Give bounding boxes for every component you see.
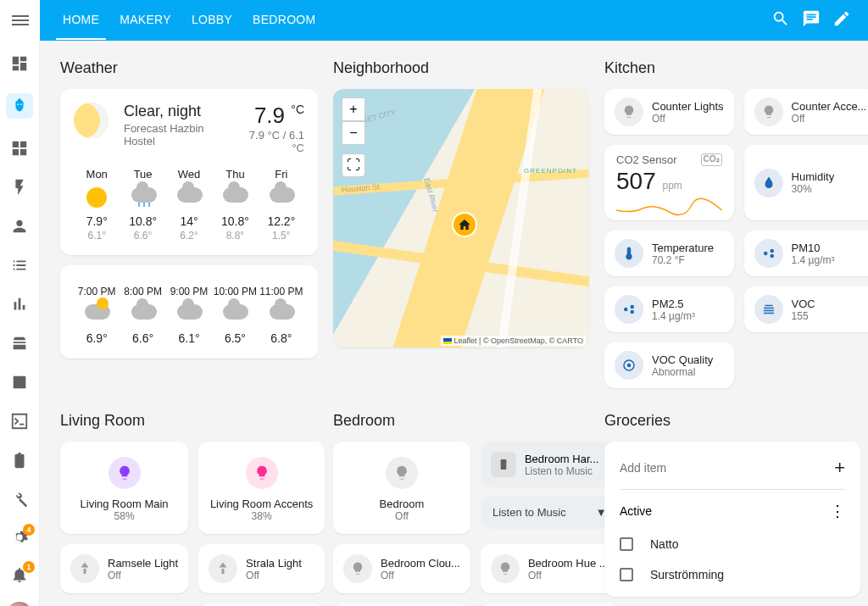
svg-point-5 — [770, 254, 774, 259]
svg-point-3 — [764, 252, 768, 256]
nav-media-icon[interactable] — [9, 373, 30, 392]
kitchen-co2[interactable]: CO2 SensorCO₂ 507 ppm — [604, 145, 734, 220]
svg-point-4 — [770, 249, 774, 253]
nav-settings-icon[interactable]: 4 — [9, 527, 30, 548]
svg-point-0 — [624, 308, 628, 312]
nav-devtools-icon[interactable] — [9, 490, 30, 510]
living-accents[interactable]: Living Room Accents38% — [198, 442, 325, 534]
living-ramsele[interactable]: Ramsele LightOff — [60, 544, 188, 593]
nav-terminal-icon[interactable] — [9, 412, 30, 431]
user-avatar[interactable] — [7, 602, 32, 606]
section-kitchen-title: Kitchen — [604, 59, 860, 77]
nav-energy-icon[interactable] — [9, 178, 30, 197]
section-groceries-title: Groceries — [604, 412, 860, 430]
moon-icon — [74, 103, 108, 138]
bedroom-harmony[interactable]: Bedroom Har...Listen to Music — [481, 442, 619, 487]
bedroom-select[interactable]: Listen to Music▼ — [481, 496, 619, 529]
groceries-card: + Active ⋮ Natto Surströmming — [604, 442, 860, 597]
map-card[interactable]: East River ABET CITY GREENPOINT Houston … — [333, 89, 589, 347]
zoom-in-button[interactable]: + — [342, 97, 365, 121]
section-neighborhood-title: Neighborhood — [333, 59, 589, 77]
nav-list-icon[interactable] — [9, 256, 30, 275]
nav-person-icon[interactable] — [9, 217, 30, 236]
kitchen-counter-acc[interactable]: Counter Acce...Off — [744, 89, 868, 135]
svg-point-2 — [631, 310, 635, 314]
edit-icon[interactable] — [832, 9, 851, 31]
groceries-input[interactable] — [620, 461, 800, 475]
nav-clipboard-icon[interactable] — [9, 451, 30, 470]
kitchen-pm25[interactable]: PM2.51.4 µg/m³ — [604, 286, 734, 332]
svg-point-7 — [627, 364, 632, 368]
map-home-marker[interactable] — [452, 212, 477, 237]
kitchen-vocq[interactable]: VOC QualityAbnormal — [604, 342, 734, 388]
kitchen-voc[interactable]: VOC155 — [744, 286, 868, 332]
weather-card[interactable]: Clear, night Forecast Hazbin Hostel 7.9 … — [60, 89, 318, 255]
nav-notifications-icon[interactable]: 1 — [9, 564, 30, 585]
topbar: HOME MAKERY LOBBY BEDROOM — [0, 0, 868, 41]
weather-hours-card[interactable]: 7:00 PM6.9° 8:00 PM6.6° 9:00 PM6.1° 10:0… — [60, 265, 318, 359]
nav-chart-icon[interactable] — [9, 295, 30, 314]
section-living-title: Living Room — [60, 412, 318, 430]
nav-grid-icon[interactable] — [9, 139, 30, 158]
hamburger-button[interactable] — [3, 3, 37, 37]
zoom-out-button[interactable]: − — [342, 121, 365, 145]
weather-range: 7.9 °C / 6.1 °C — [236, 129, 304, 154]
nav-hacs-icon[interactable] — [9, 334, 30, 353]
weather-temp: 7.9 — [254, 103, 285, 128]
map-attribution: Leaflet | © OpenStreetMap, © CARTO — [441, 336, 586, 346]
section-weather-title: Weather — [60, 59, 318, 77]
checkbox[interactable] — [620, 537, 633, 551]
kitchen-temp[interactable]: Temperature70.2 °F — [604, 231, 734, 276]
bedroom-cloud[interactable]: Bedroom Clou...Off — [333, 544, 470, 593]
sidebar: 4 1 — [0, 41, 40, 606]
living-main[interactable]: Living Room Main58% — [60, 442, 188, 534]
bedroom-hue[interactable]: Bedroom Hue ...Off — [481, 544, 619, 593]
tabs: HOME MAKERY LOBBY BEDROOM — [56, 1, 323, 40]
grocery-item-natto[interactable]: Natto — [620, 529, 845, 559]
section-bedroom-title: Bedroom — [333, 412, 589, 430]
search-icon[interactable] — [771, 9, 790, 31]
groceries-menu-icon[interactable]: ⋮ — [830, 502, 845, 520]
kitchen-counter-lights[interactable]: Counter LightsOff — [604, 89, 734, 135]
settings-badge: 4 — [23, 524, 35, 536]
weather-condition: Clear, night — [124, 103, 236, 120]
tab-makery[interactable]: MAKERY — [113, 1, 178, 40]
grocery-item-surstromming[interactable]: Surströmming — [620, 559, 845, 590]
kitchen-pm10[interactable]: PM101.4 µg/m³ — [744, 231, 868, 276]
fullscreen-button[interactable]: ⛶ — [342, 153, 365, 177]
svg-point-1 — [631, 305, 635, 309]
checkbox[interactable] — [620, 568, 633, 581]
add-item-button[interactable]: + — [834, 457, 845, 479]
co2-icon: CO₂ — [701, 153, 722, 166]
living-strala[interactable]: Strala LightOff — [198, 544, 325, 593]
weather-location: Forecast Hazbin Hostel — [124, 122, 236, 147]
hamburger-area — [0, 0, 40, 41]
notif-badge: 1 — [23, 561, 35, 573]
bedroom-main[interactable]: BedroomOff — [333, 442, 470, 534]
nav-dashboard-icon[interactable] — [9, 54, 30, 73]
tab-home[interactable]: HOME — [56, 1, 106, 40]
nav-cat-icon[interactable] — [6, 93, 33, 119]
groceries-active-label: Active — [620, 504, 652, 518]
kitchen-humidity[interactable]: Humidity30% — [744, 145, 868, 220]
chat-icon[interactable] — [802, 9, 821, 31]
svg-rect-8 — [501, 459, 507, 470]
tab-lobby[interactable]: LOBBY — [185, 1, 239, 40]
tab-bedroom[interactable]: BEDROOM — [246, 1, 322, 40]
